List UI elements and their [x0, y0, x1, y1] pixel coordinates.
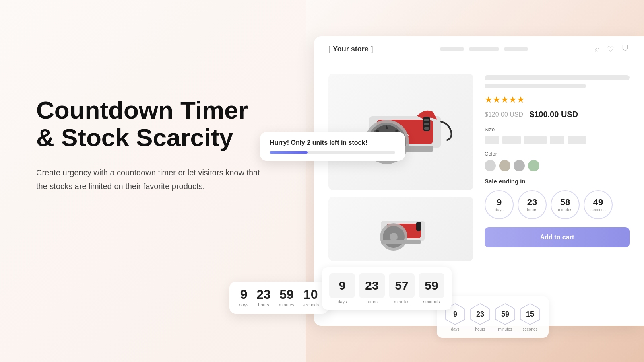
description: Create urgency with a countdown timer or… [36, 166, 262, 193]
widget1-seconds-num: 10 [303, 288, 318, 301]
svg-rect-18 [424, 127, 429, 130]
color-option-1[interactable] [485, 160, 496, 171]
widget1-days: 9 days [239, 288, 248, 307]
svg-rect-16 [424, 119, 429, 121]
color-options [485, 160, 630, 171]
widget2-minutes-lbl: minutes [394, 299, 410, 304]
svg-rect-26 [416, 222, 421, 231]
size-option-3[interactable] [524, 136, 547, 144]
product-title-bar [485, 75, 630, 80]
countdown-hours-lbl: hours [527, 208, 537, 212]
widget2-hours: 23 hours [359, 273, 385, 304]
nav-pill-2 [469, 47, 499, 51]
widget3-minutes-lbl: minutes [498, 327, 512, 331]
size-option-2[interactable] [502, 136, 521, 144]
product-image-thumb [328, 197, 473, 261]
widget3-days-lbl: days [451, 327, 459, 331]
widget2-minutes-box: 57 [389, 273, 415, 298]
widget1-seconds-lbl: seconds [302, 302, 319, 307]
svg-point-24 [390, 233, 398, 241]
size-option-1[interactable] [485, 136, 499, 144]
widget1-seconds: 10 seconds [302, 288, 319, 307]
size-label: Size [485, 126, 630, 132]
widget1-hours-num: 23 [256, 288, 271, 301]
search-icon[interactable]: ⌕ [595, 44, 600, 54]
product-saw-thumb [369, 205, 433, 253]
widget3-seconds-lbl: seconds [522, 327, 537, 331]
widget2-hours-lbl: hours [366, 299, 378, 304]
size-option-5[interactable] [568, 136, 586, 144]
bracket-right-icon: ] [371, 45, 373, 53]
countdown-seconds-circle: 49 seconds [584, 190, 613, 219]
widget3-minutes-hex: 59 [495, 303, 516, 325]
countdown-days-lbl: days [495, 208, 503, 212]
countdown-widget-inline: 9 days 23 hours 59 minutes 10 seconds [229, 282, 328, 314]
nav-pill-1 [440, 47, 464, 51]
price-row: $120.00 USD $100.00 USD [485, 110, 630, 119]
product-stars: ★★★★★ [485, 95, 630, 105]
color-option-4[interactable] [528, 160, 539, 171]
product-details: ★★★★★ $120.00 USD $100.00 USD Size Color [485, 74, 630, 313]
countdown-seconds-num: 49 [593, 198, 603, 207]
color-option-2[interactable] [499, 160, 510, 171]
color-option-3[interactable] [514, 160, 525, 171]
price-sale: $100.00 USD [530, 110, 578, 119]
wishlist-icon[interactable]: ♡ [607, 44, 614, 54]
widget1-hours-lbl: hours [258, 302, 269, 307]
store-nav: [ Your store ] ⌕ ♡ ⛉ [314, 36, 644, 62]
widget3-hours-num: 23 [476, 310, 484, 319]
countdown-seconds-lbl: seconds [590, 208, 605, 212]
countdown-hours-num: 23 [527, 198, 537, 207]
nav-pill-3 [504, 47, 528, 51]
widget1-minutes: 59 minutes [279, 288, 295, 307]
widget2-days: 9 days [329, 273, 355, 304]
cart-icon[interactable]: ⛉ [621, 44, 630, 54]
widget2-seconds-box: 59 [419, 273, 444, 298]
countdown-days-num: 9 [497, 198, 502, 207]
product-subtitle-bar [485, 84, 586, 88]
widget1-days-num: 9 [240, 288, 248, 301]
countdown-circles: 9 days 23 hours 58 minutes 49 seconds [485, 190, 630, 219]
left-content: Countdown Timer & Stock Scarcity Create … [36, 97, 262, 193]
urgency-bar-fill [270, 151, 308, 154]
countdown-widget-hex: 9 days 23 hours 59 minutes 15 seconds [437, 296, 549, 338]
widget3-seconds-num: 15 [526, 310, 534, 319]
svg-rect-25 [381, 240, 421, 244]
nav-pills [440, 47, 528, 51]
urgency-text: Hurry! Only 2 units left in stock! [270, 139, 395, 146]
widget2-hours-box: 23 [359, 273, 385, 298]
add-to-cart-button[interactable]: Add to cart [485, 227, 630, 247]
widget3-seconds-hex: 15 [520, 303, 541, 325]
widget3-hours-hex: 23 [470, 303, 491, 325]
widget2-seconds-lbl: seconds [423, 299, 440, 304]
nav-icons: ⌕ ♡ ⛉ [595, 44, 630, 54]
widget3-days-num: 9 [453, 310, 457, 319]
countdown-days-circle: 9 days [485, 190, 514, 219]
store-name: Your store [333, 45, 369, 53]
widget3-minutes-num: 59 [501, 310, 509, 319]
widget1-minutes-lbl: minutes [279, 302, 295, 307]
svg-rect-17 [424, 123, 429, 125]
widget2-minutes: 57 minutes [389, 273, 415, 304]
color-label: Color [485, 151, 630, 157]
countdown-minutes-num: 58 [560, 198, 570, 207]
countdown-hours-circle: 23 hours [518, 190, 547, 219]
widget2-days-box: 9 [329, 273, 355, 298]
store-logo-area: [ Your store ] [328, 45, 373, 53]
size-option-4[interactable] [550, 136, 564, 144]
countdown-minutes-lbl: minutes [558, 208, 572, 212]
bracket-left-icon: [ [328, 45, 330, 53]
widget1-days-lbl: days [239, 302, 248, 307]
widget3-hours: 23 hours [470, 303, 491, 331]
price-original: $120.00 USD [485, 111, 523, 118]
size-options [485, 136, 630, 144]
widget1-minutes-num: 59 [279, 288, 294, 301]
countdown-minutes-circle: 58 minutes [551, 190, 580, 219]
countdown-widget-square: 9 days 23 hours 57 minutes 59 seconds [322, 267, 452, 310]
main-title: Countdown Timer & Stock Scarcity [36, 97, 262, 151]
urgency-bar [270, 151, 395, 154]
widget2-days-lbl: days [337, 299, 347, 304]
widget3-seconds: 15 seconds [520, 303, 541, 331]
sale-ending-label: Sale ending in [485, 178, 630, 185]
widget1-hours: 23 hours [256, 288, 271, 307]
